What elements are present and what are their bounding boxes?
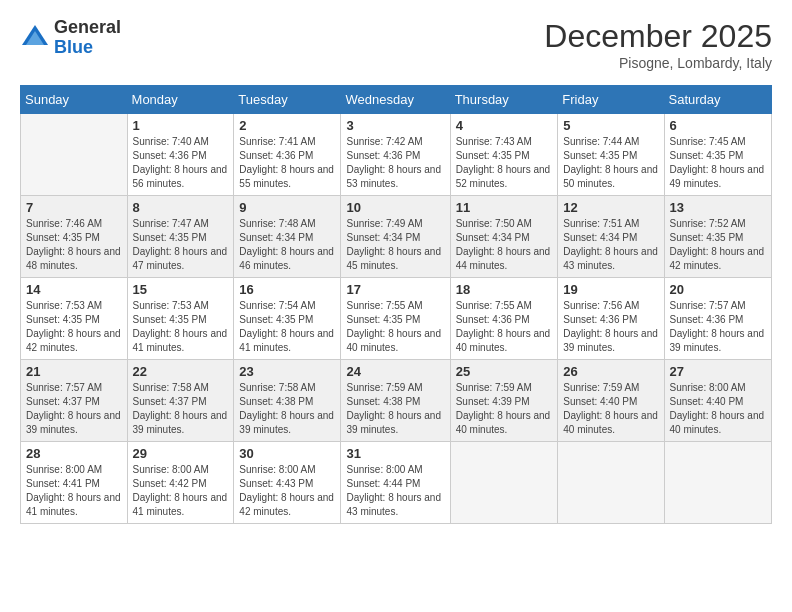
logo-blue-label: Blue [54, 38, 121, 58]
calendar-cell: 20Sunrise: 7:57 AMSunset: 4:36 PMDayligh… [664, 278, 771, 360]
day-number: 28 [26, 446, 122, 461]
calendar-cell: 14Sunrise: 7:53 AMSunset: 4:35 PMDayligh… [21, 278, 128, 360]
day-number: 20 [670, 282, 766, 297]
day-info: Sunrise: 7:52 AMSunset: 4:35 PMDaylight:… [670, 217, 766, 273]
title-section: December 2025 Pisogne, Lombardy, Italy [544, 18, 772, 71]
calendar-cell: 8Sunrise: 7:47 AMSunset: 4:35 PMDaylight… [127, 196, 234, 278]
day-info: Sunrise: 7:59 AMSunset: 4:39 PMDaylight:… [456, 381, 553, 437]
calendar-cell: 30Sunrise: 8:00 AMSunset: 4:43 PMDayligh… [234, 442, 341, 524]
day-info: Sunrise: 7:55 AMSunset: 4:36 PMDaylight:… [456, 299, 553, 355]
calendar-cell: 24Sunrise: 7:59 AMSunset: 4:38 PMDayligh… [341, 360, 450, 442]
day-number: 22 [133, 364, 229, 379]
header-monday: Monday [127, 86, 234, 114]
calendar-cell: 4Sunrise: 7:43 AMSunset: 4:35 PMDaylight… [450, 114, 558, 196]
calendar-cell: 25Sunrise: 7:59 AMSunset: 4:39 PMDayligh… [450, 360, 558, 442]
calendar-cell: 10Sunrise: 7:49 AMSunset: 4:34 PMDayligh… [341, 196, 450, 278]
day-number: 18 [456, 282, 553, 297]
day-info: Sunrise: 7:59 AMSunset: 4:38 PMDaylight:… [346, 381, 444, 437]
day-info: Sunrise: 7:45 AMSunset: 4:35 PMDaylight:… [670, 135, 766, 191]
day-info: Sunrise: 7:46 AMSunset: 4:35 PMDaylight:… [26, 217, 122, 273]
calendar-body: 1Sunrise: 7:40 AMSunset: 4:36 PMDaylight… [21, 114, 772, 524]
calendar-cell: 19Sunrise: 7:56 AMSunset: 4:36 PMDayligh… [558, 278, 664, 360]
day-info: Sunrise: 7:57 AMSunset: 4:37 PMDaylight:… [26, 381, 122, 437]
calendar-cell: 23Sunrise: 7:58 AMSunset: 4:38 PMDayligh… [234, 360, 341, 442]
calendar-week-row: 1Sunrise: 7:40 AMSunset: 4:36 PMDaylight… [21, 114, 772, 196]
day-info: Sunrise: 7:53 AMSunset: 4:35 PMDaylight:… [26, 299, 122, 355]
header-friday: Friday [558, 86, 664, 114]
calendar-cell: 6Sunrise: 7:45 AMSunset: 4:35 PMDaylight… [664, 114, 771, 196]
calendar-cell [21, 114, 128, 196]
header-wednesday: Wednesday [341, 86, 450, 114]
header-tuesday: Tuesday [234, 86, 341, 114]
day-info: Sunrise: 7:58 AMSunset: 4:37 PMDaylight:… [133, 381, 229, 437]
day-number: 10 [346, 200, 444, 215]
calendar-cell: 31Sunrise: 8:00 AMSunset: 4:44 PMDayligh… [341, 442, 450, 524]
calendar-cell: 13Sunrise: 7:52 AMSunset: 4:35 PMDayligh… [664, 196, 771, 278]
calendar-cell: 17Sunrise: 7:55 AMSunset: 4:35 PMDayligh… [341, 278, 450, 360]
day-number: 6 [670, 118, 766, 133]
day-number: 8 [133, 200, 229, 215]
logo-general-label: General [54, 18, 121, 38]
day-info: Sunrise: 7:41 AMSunset: 4:36 PMDaylight:… [239, 135, 335, 191]
day-number: 15 [133, 282, 229, 297]
calendar-cell: 7Sunrise: 7:46 AMSunset: 4:35 PMDaylight… [21, 196, 128, 278]
calendar-cell: 15Sunrise: 7:53 AMSunset: 4:35 PMDayligh… [127, 278, 234, 360]
calendar-week-row: 28Sunrise: 8:00 AMSunset: 4:41 PMDayligh… [21, 442, 772, 524]
calendar-cell: 1Sunrise: 7:40 AMSunset: 4:36 PMDaylight… [127, 114, 234, 196]
day-number: 16 [239, 282, 335, 297]
calendar-week-row: 14Sunrise: 7:53 AMSunset: 4:35 PMDayligh… [21, 278, 772, 360]
day-info: Sunrise: 8:00 AMSunset: 4:41 PMDaylight:… [26, 463, 122, 519]
location: Pisogne, Lombardy, Italy [544, 55, 772, 71]
day-number: 25 [456, 364, 553, 379]
logo-icon [20, 23, 50, 53]
day-info: Sunrise: 7:54 AMSunset: 4:35 PMDaylight:… [239, 299, 335, 355]
weekday-header-row: Sunday Monday Tuesday Wednesday Thursday… [21, 86, 772, 114]
day-number: 19 [563, 282, 658, 297]
day-number: 23 [239, 364, 335, 379]
day-number: 12 [563, 200, 658, 215]
day-number: 30 [239, 446, 335, 461]
month-title: December 2025 [544, 18, 772, 55]
header-saturday: Saturday [664, 86, 771, 114]
day-number: 5 [563, 118, 658, 133]
day-info: Sunrise: 7:49 AMSunset: 4:34 PMDaylight:… [346, 217, 444, 273]
calendar-cell: 2Sunrise: 7:41 AMSunset: 4:36 PMDaylight… [234, 114, 341, 196]
header: General Blue December 2025 Pisogne, Lomb… [20, 18, 772, 71]
day-info: Sunrise: 7:56 AMSunset: 4:36 PMDaylight:… [563, 299, 658, 355]
day-info: Sunrise: 7:40 AMSunset: 4:36 PMDaylight:… [133, 135, 229, 191]
calendar-cell: 16Sunrise: 7:54 AMSunset: 4:35 PMDayligh… [234, 278, 341, 360]
day-number: 11 [456, 200, 553, 215]
day-number: 21 [26, 364, 122, 379]
day-info: Sunrise: 7:51 AMSunset: 4:34 PMDaylight:… [563, 217, 658, 273]
day-number: 24 [346, 364, 444, 379]
day-info: Sunrise: 7:47 AMSunset: 4:35 PMDaylight:… [133, 217, 229, 273]
calendar-week-row: 7Sunrise: 7:46 AMSunset: 4:35 PMDaylight… [21, 196, 772, 278]
page: General Blue December 2025 Pisogne, Lomb… [0, 0, 792, 612]
day-info: Sunrise: 8:00 AMSunset: 4:42 PMDaylight:… [133, 463, 229, 519]
day-info: Sunrise: 7:50 AMSunset: 4:34 PMDaylight:… [456, 217, 553, 273]
logo-text: General Blue [54, 18, 121, 58]
calendar-cell: 11Sunrise: 7:50 AMSunset: 4:34 PMDayligh… [450, 196, 558, 278]
day-info: Sunrise: 7:55 AMSunset: 4:35 PMDaylight:… [346, 299, 444, 355]
day-number: 31 [346, 446, 444, 461]
calendar: Sunday Monday Tuesday Wednesday Thursday… [20, 85, 772, 524]
day-number: 2 [239, 118, 335, 133]
day-number: 4 [456, 118, 553, 133]
day-number: 3 [346, 118, 444, 133]
calendar-week-row: 21Sunrise: 7:57 AMSunset: 4:37 PMDayligh… [21, 360, 772, 442]
day-number: 27 [670, 364, 766, 379]
header-sunday: Sunday [21, 86, 128, 114]
day-info: Sunrise: 8:00 AMSunset: 4:44 PMDaylight:… [346, 463, 444, 519]
calendar-cell: 5Sunrise: 7:44 AMSunset: 4:35 PMDaylight… [558, 114, 664, 196]
calendar-cell [664, 442, 771, 524]
day-number: 1 [133, 118, 229, 133]
day-number: 13 [670, 200, 766, 215]
calendar-header: Sunday Monday Tuesday Wednesday Thursday… [21, 86, 772, 114]
calendar-cell: 28Sunrise: 8:00 AMSunset: 4:41 PMDayligh… [21, 442, 128, 524]
day-info: Sunrise: 8:00 AMSunset: 4:43 PMDaylight:… [239, 463, 335, 519]
day-number: 26 [563, 364, 658, 379]
calendar-cell: 3Sunrise: 7:42 AMSunset: 4:36 PMDaylight… [341, 114, 450, 196]
calendar-cell: 18Sunrise: 7:55 AMSunset: 4:36 PMDayligh… [450, 278, 558, 360]
day-info: Sunrise: 7:44 AMSunset: 4:35 PMDaylight:… [563, 135, 658, 191]
day-number: 7 [26, 200, 122, 215]
